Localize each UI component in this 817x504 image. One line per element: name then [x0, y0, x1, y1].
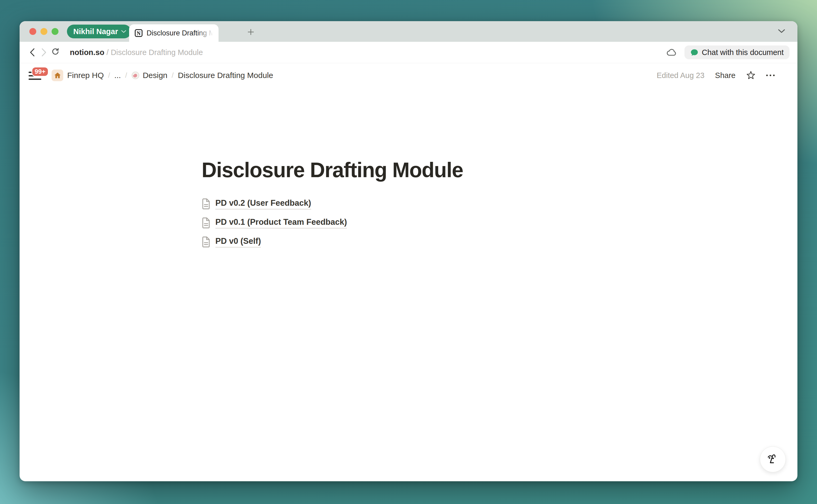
- browser-tab[interactable]: N Disclosure Drafting Mo: [129, 24, 218, 42]
- document-icon: [202, 236, 211, 248]
- page-link-label: PD v0.1 (Product Team Feedback): [215, 217, 347, 228]
- breadcrumb-ellipsis[interactable]: ...: [114, 71, 121, 80]
- page-link-row[interactable]: PD v0 (Self): [202, 232, 797, 251]
- notion-page-header: 99+ Finrep HQ / ... / Design / Disclosur…: [20, 63, 797, 88]
- tab-overview-button[interactable]: [778, 29, 785, 33]
- window-controls: [29, 28, 58, 35]
- page-link-row[interactable]: PD v0.1 (Product Team Feedback): [202, 213, 797, 232]
- breadcrumb-separator: /: [108, 71, 110, 80]
- document-body: Disclosure Drafting Module PD v0.2 (User…: [20, 88, 797, 251]
- url-page: Disclosure Drafting Module: [111, 48, 203, 57]
- chat-with-document-button[interactable]: Chat with this document: [685, 45, 789, 59]
- breadcrumb-current-page[interactable]: Disclosure Drafting Module: [178, 71, 273, 80]
- browser-toolbar: notion.so / Disclosure Drafting Module C…: [20, 42, 797, 63]
- browser-window: Nikhil Nagar N Disclosure Drafting Mo: [20, 21, 797, 481]
- profile-name: Nikhil Nagar: [73, 27, 118, 36]
- zoom-window-button[interactable]: [52, 28, 58, 35]
- tab-title: Disclosure Drafting Mo: [147, 29, 213, 37]
- workspace-home-button[interactable]: [52, 70, 63, 81]
- reload-icon: [51, 48, 60, 57]
- fish-cake-emoji-icon: [131, 71, 140, 80]
- cloud-sync-button[interactable]: [666, 47, 678, 58]
- new-tab-button[interactable]: [245, 26, 257, 38]
- breadcrumb-separator: /: [171, 71, 174, 80]
- share-button[interactable]: Share: [715, 71, 736, 80]
- page-link-row[interactable]: PD v0.2 (User Feedback): [202, 194, 797, 213]
- breadcrumb-design[interactable]: Design: [131, 71, 167, 80]
- more-options-button[interactable]: [766, 75, 775, 76]
- last-edited-label: Edited Aug 23: [657, 71, 705, 80]
- chat-bubble-icon: [690, 48, 699, 57]
- address-bar[interactable]: notion.so / Disclosure Drafting Module: [70, 48, 203, 57]
- breadcrumb-workspace[interactable]: Finrep HQ: [67, 71, 104, 80]
- document-icon: [202, 217, 211, 228]
- page-link-list: PD v0.2 (User Feedback) PD v0.1 (Product…: [202, 194, 797, 251]
- chevron-down-icon: [778, 29, 785, 33]
- notion-ai-face-icon: [766, 452, 780, 466]
- breadcrumb-design-label: Design: [143, 71, 167, 80]
- back-button[interactable]: [26, 47, 38, 58]
- notion-favicon: N: [134, 29, 143, 37]
- chat-button-label: Chat with this document: [702, 48, 784, 57]
- page-link-label: PD v0 (Self): [215, 236, 261, 248]
- tab-title-fade: [196, 29, 213, 37]
- home-icon: [54, 72, 61, 79]
- chevron-down-icon: [121, 30, 126, 33]
- tab-bar: Nikhil Nagar N Disclosure Drafting Mo: [20, 21, 797, 42]
- sidebar-toggle-button[interactable]: 99+: [29, 68, 48, 83]
- notification-badge: 99+: [32, 67, 48, 76]
- url-domain: notion.so: [70, 48, 104, 57]
- star-icon: [746, 71, 756, 80]
- notion-ai-button[interactable]: [760, 446, 786, 472]
- minimize-window-button[interactable]: [40, 28, 47, 35]
- page-title[interactable]: Disclosure Drafting Module: [202, 158, 797, 182]
- forward-button[interactable]: [38, 47, 50, 58]
- svg-text:N: N: [137, 30, 141, 36]
- chevron-left-icon: [30, 48, 35, 57]
- breadcrumb-separator: /: [125, 71, 127, 80]
- cloud-icon: [667, 48, 677, 56]
- favorite-button[interactable]: [746, 71, 756, 80]
- profile-button[interactable]: Nikhil Nagar: [67, 25, 131, 38]
- chevron-right-icon: [41, 48, 47, 57]
- breadcrumb: 99+ Finrep HQ / ... / Design / Disclosur…: [29, 68, 273, 83]
- reload-button[interactable]: [50, 47, 61, 58]
- url-separator: /: [104, 48, 111, 57]
- page-link-label: PD v0.2 (User Feedback): [215, 198, 311, 209]
- plus-icon: [247, 28, 254, 36]
- close-window-button[interactable]: [29, 28, 36, 35]
- document-icon: [202, 198, 211, 209]
